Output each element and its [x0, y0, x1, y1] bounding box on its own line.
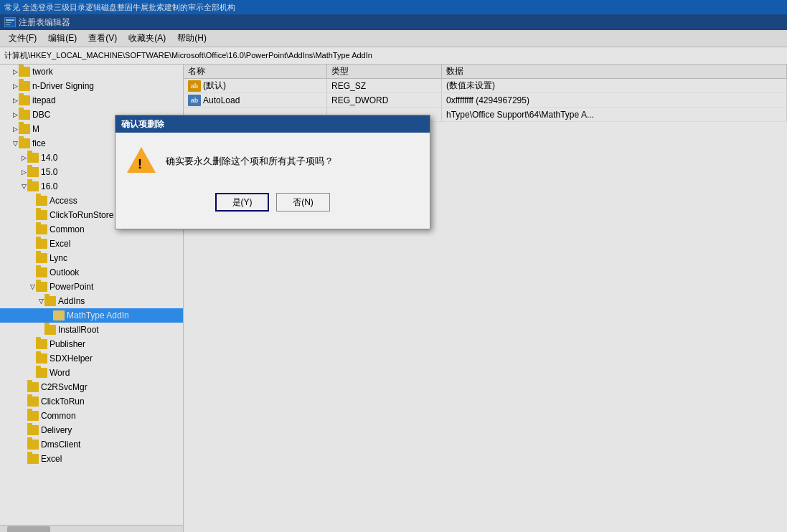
warning-triangle	[127, 147, 156, 173]
confirm-dialog: 确认项删除 确实要永久删除这个项和所有其子项吗？ 是(Y) 否(N)	[115, 115, 430, 229]
dialog-buttons: 是(Y) 否(N)	[116, 187, 430, 223]
dialog-body: 确实要永久删除这个项和所有其子项吗？	[116, 133, 430, 187]
dialog-title: 确认项删除	[116, 115, 430, 133]
dialog-message: 确实要永久删除这个项和所有其子项吗？	[166, 155, 334, 168]
dialog-yes-button[interactable]: 是(Y)	[215, 193, 269, 212]
warning-icon	[127, 147, 156, 176]
dialog-overlay: 确认项删除 确实要永久删除这个项和所有其子项吗？ 是(Y) 否(N)	[0, 0, 787, 532]
dialog-no-button[interactable]: 否(N)	[276, 193, 330, 212]
